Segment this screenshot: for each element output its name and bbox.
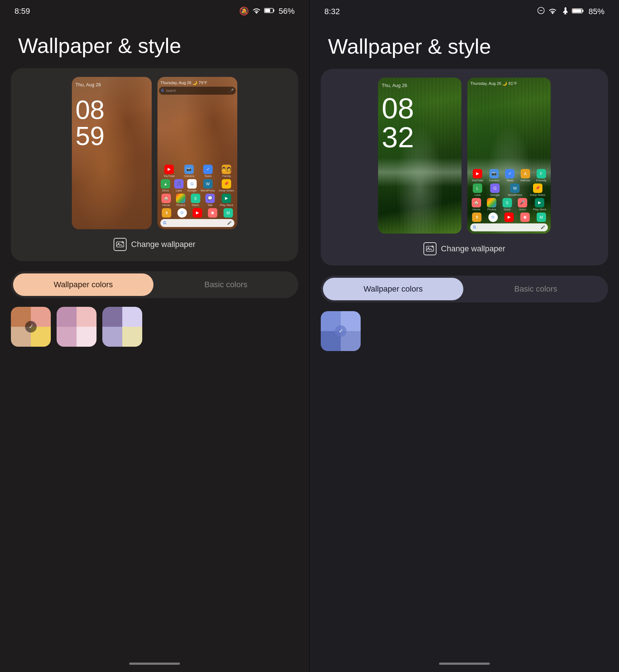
change-wallpaper-label-right: Change wallpaper [441, 244, 505, 253]
slack-icon-right[interactable]: S [503, 198, 512, 207]
status-bar-left: 8:59 🔕 56% [0, 0, 309, 20]
wallpaper-card-right: Thu, Aug 26 0832 Thursday, Aug 26 🌙 81°F… [321, 69, 608, 265]
color-swatches-left: ✓ [11, 307, 298, 347]
svg-rect-2 [265, 9, 270, 12]
swatch-2[interactable] [57, 307, 97, 347]
change-wallpaper-btn-left[interactable]: Change wallpaper [114, 236, 195, 252]
home-date-left: Thursday, Aug 26 🌙 79°F [157, 77, 237, 86]
time-left: 8:59 [15, 7, 30, 16]
keep-icon-left[interactable]: 📌 [222, 179, 231, 189]
change-wallpaper-label-left: Change wallpaper [131, 240, 195, 249]
photos-icon-left[interactable] [176, 194, 185, 203]
page-title-left: Wallpaper & style [0, 20, 309, 68]
app-icon-right-1[interactable]: ◉ [520, 213, 530, 222]
status-bar-right: 8:32 [310, 0, 619, 20]
drive-icon-left[interactable]: ▲ [161, 179, 170, 189]
podcast-icon-right[interactable]: 🎙 [472, 213, 481, 222]
bottom-search-right[interactable]: G 🎤 [470, 223, 548, 231]
swatch-1-check: ✓ [25, 321, 37, 333]
wallpaper-colors-tab-left[interactable]: Wallpaper colors [13, 273, 153, 296]
color-tabs-right: Wallpaper colors Basic colors [321, 276, 608, 302]
adfinite-icon-right[interactable]: A [521, 169, 530, 178]
gmail-icon-right[interactable]: M [537, 213, 546, 222]
battery-icon-left [264, 7, 275, 16]
tasks-icon-right[interactable]: ✓ [505, 169, 515, 178]
svg-rect-8 [582, 10, 583, 12]
home-apps-right: ▶YouTube 📷Camera ✓Tasks AAdfinite FFrien… [467, 167, 551, 234]
home-icon-left[interactable]: 🏠 [161, 194, 171, 203]
talk-icon-left[interactable]: 💬 [205, 194, 215, 203]
wallpaper-colors-tab-right[interactable]: Wallpaper colors [323, 278, 463, 300]
status-icons-left: 🔕 56% [239, 7, 295, 16]
home-icon-right[interactable]: 🏠 [472, 198, 481, 207]
wifi-icon [253, 7, 261, 16]
basic-colors-tab-left[interactable]: Basic colors [156, 273, 296, 296]
swatch-1[interactable]: ✓ [11, 307, 51, 347]
family-icon-left[interactable]: 👨‍👩 [222, 165, 231, 174]
chrome-icon-right[interactable]: ⊙ [488, 213, 498, 222]
wordpress-icon-right[interactable]: W [510, 184, 520, 193]
home-screen-preview-right[interactable]: Thursday, Aug 26 🌙 81°F ▶YouTube 📷Camera… [467, 78, 551, 234]
right-phone-panel: 8:32 [310, 0, 619, 672]
friendly-icon-right[interactable]: F [537, 169, 546, 178]
swatch-forest[interactable]: ✓ [321, 311, 361, 351]
chrome-icon-left[interactable]: ⊙ [177, 208, 187, 218]
lock-screen-preview-right[interactable]: Thu, Aug 26 0832 [378, 78, 462, 234]
wifi-icon-right [549, 7, 557, 16]
slack-icon-left[interactable]: S [191, 194, 200, 203]
wordpress-icon-left[interactable]: W [203, 179, 213, 189]
status-icons-right: 85% [537, 7, 604, 17]
swatch-forest-check: ✓ [335, 325, 347, 337]
lara-icon-right[interactable]: L [473, 184, 482, 193]
lock-overlay-left: Thu, Aug 26 0859 [72, 77, 152, 229]
home-screen-preview-left[interactable]: Thursday, Aug 26 🌙 79°F G Search 🎤 ▶YouT… [157, 77, 237, 229]
battery-percent-right: 85% [589, 7, 604, 16]
wallpaper-previews-left: Thu, Aug 26 0859 Thursday, Aug 26 🌙 79°F… [20, 77, 290, 229]
bottom-bar-left [129, 663, 180, 665]
app-icon-left-1[interactable]: ◉ [208, 208, 217, 218]
dnd-icon [537, 7, 545, 17]
google2-icon-right[interactable]: G [490, 184, 500, 193]
lock-time-left: 0859 [75, 97, 148, 149]
lock-screen-preview-left[interactable]: Thu, Aug 26 0859 [72, 77, 152, 229]
left-phone-panel: 8:59 🔕 56% Wallpaper & style [0, 0, 309, 672]
ytmusic-icon-right[interactable]: ▶ [504, 213, 514, 222]
wallpaper-previews-right: Thu, Aug 26 0832 Thursday, Aug 26 🌙 81°F… [329, 78, 599, 234]
home-overlay-right: Thursday, Aug 26 🌙 81°F ▶YouTube 📷Camera… [467, 78, 551, 234]
home-overlay-left: Thursday, Aug 26 🌙 79°F G Search 🎤 ▶YouT… [157, 77, 237, 229]
home-apps-left: ▶YouTube 📷Camera ✓Tasks 👨‍👩Family ▲Drive… [157, 162, 237, 229]
podcast-icon-left[interactable]: 🎙 [162, 208, 171, 218]
google-search-left[interactable]: G Search 🎤 [159, 87, 236, 95]
lock-date-left: Thu, Aug 26 [75, 82, 148, 87]
youtube-icon-right[interactable]: ▶ [473, 169, 482, 178]
swatch-3[interactable] [102, 307, 142, 347]
playstore-icon-right[interactable]: ▶ [535, 198, 544, 207]
lara-icon-left[interactable]: 🎵 [174, 179, 184, 189]
lock-date-right: Thu, Aug 26 [382, 83, 458, 88]
keep-icon-right[interactable]: 📌 [533, 184, 542, 193]
change-wallpaper-btn-right[interactable]: Change wallpaper [423, 241, 505, 257]
basic-colors-tab-right[interactable]: Basic colors [466, 278, 606, 300]
home-date-right: Thursday, Aug 26 🌙 81°F [467, 78, 551, 87]
bottom-search-left[interactable]: G 🎤 [160, 219, 234, 227]
tasks-icon-left[interactable]: ✓ [203, 165, 213, 174]
youtube-music-left[interactable]: ▶ [193, 208, 202, 218]
playstore-icon-left[interactable]: ▶ [222, 194, 231, 203]
gmail-icon-left[interactable]: M [224, 208, 233, 218]
camera-icon-right[interactable]: 📷 [489, 169, 499, 178]
battery-icon-right [572, 7, 585, 16]
svg-rect-1 [273, 9, 274, 12]
google-icon-left[interactable]: G [187, 179, 197, 189]
color-swatches-right: ✓ [321, 311, 608, 351]
wallpaper-card-left: Thu, Aug 26 0859 Thursday, Aug 26 🌙 79°F… [11, 68, 298, 261]
photos-icon-right[interactable] [487, 198, 496, 207]
voice-icon-right[interactable]: 🎤 [518, 198, 527, 207]
color-tabs-left: Wallpaper colors Basic colors [11, 271, 298, 298]
camera-icon-left[interactable]: 📷 [184, 165, 194, 174]
lock-time-right: 0832 [382, 94, 458, 152]
mute-icon: 🔕 [239, 7, 249, 16]
bottom-bar-right [439, 663, 490, 665]
svg-rect-10 [573, 9, 581, 13]
wallpaper-change-icon-left [114, 238, 127, 251]
youtube-icon[interactable]: ▶ [164, 165, 174, 174]
